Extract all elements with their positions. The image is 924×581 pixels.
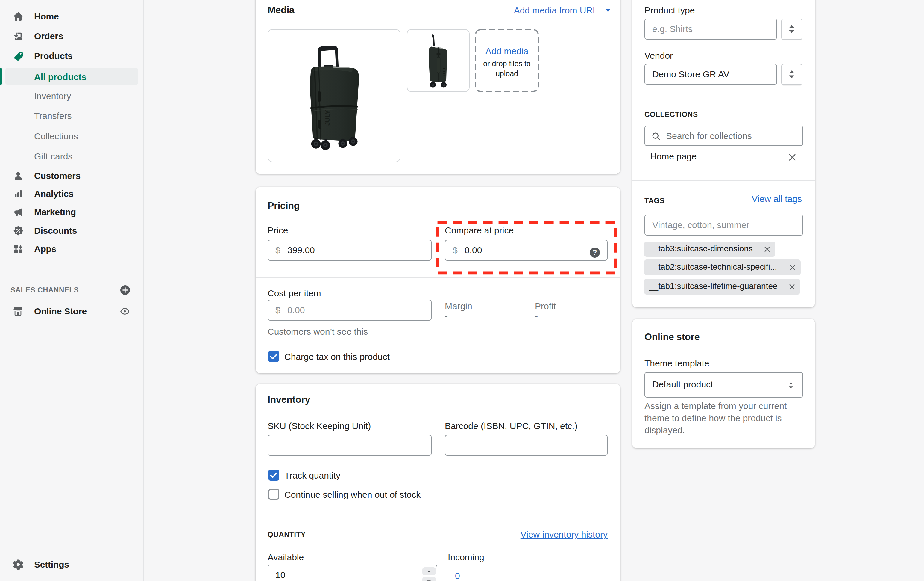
svg-text:JULY: JULY xyxy=(324,110,331,126)
